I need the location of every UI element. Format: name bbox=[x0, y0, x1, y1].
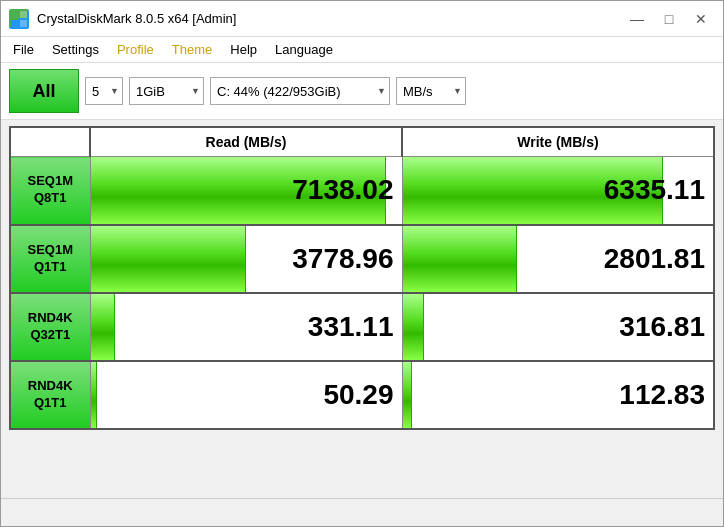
benchmark-table: Read (MB/s) Write (MB/s) SEQ1M Q8T1 7138… bbox=[9, 126, 715, 430]
write-header: Write (MB/s) bbox=[402, 127, 714, 157]
title-bar: CrystalDiskMark 8.0.5 x64 [Admin] — □ ✕ bbox=[1, 1, 723, 37]
all-button[interactable]: All bbox=[9, 69, 79, 113]
svg-rect-3 bbox=[20, 20, 27, 27]
menu-file[interactable]: File bbox=[5, 39, 42, 60]
table-row: RND4K Q1T1 50.29 112.83 bbox=[10, 361, 714, 429]
table-header-row: Read (MB/s) Write (MB/s) bbox=[10, 127, 714, 157]
read-cell-0: 7138.02 bbox=[90, 157, 402, 225]
read-cell-2: 331.11 bbox=[90, 293, 402, 361]
read-header: Read (MB/s) bbox=[90, 127, 402, 157]
menu-settings[interactable]: Settings bbox=[44, 39, 107, 60]
read-cell-3: 50.29 bbox=[90, 361, 402, 429]
row-label-3: RND4K Q1T1 bbox=[10, 361, 90, 429]
minimize-button[interactable]: — bbox=[623, 8, 651, 30]
unit-select[interactable]: MB/s GB/s IOPS μs bbox=[396, 77, 466, 105]
row-label-line2: Q1T1 bbox=[34, 395, 67, 410]
app-icon bbox=[9, 9, 29, 29]
write-value-3: 112.83 bbox=[619, 379, 705, 411]
write-cell-2: 316.81 bbox=[402, 293, 714, 361]
write-value-2: 316.81 bbox=[619, 311, 705, 343]
table-row: RND4K Q32T1 331.11 316.81 bbox=[10, 293, 714, 361]
unit-select-wrapper: MB/s GB/s IOPS μs bbox=[396, 77, 466, 105]
svg-rect-2 bbox=[11, 20, 18, 27]
size-select-wrapper: 512MiB 1GiB 2GiB 4GiB 8GiB 16GiB 32GiB 6… bbox=[129, 77, 204, 105]
row-label-1: SEQ1M Q1T1 bbox=[10, 225, 90, 293]
drive-select-wrapper: C: 44% (422/953GiB) bbox=[210, 77, 390, 105]
row-label-line2: Q1T1 bbox=[34, 259, 67, 274]
drive-select[interactable]: C: 44% (422/953GiB) bbox=[210, 77, 390, 105]
close-button[interactable]: ✕ bbox=[687, 8, 715, 30]
maximize-button[interactable]: □ bbox=[655, 8, 683, 30]
table-row: SEQ1M Q8T1 7138.02 6335.11 bbox=[10, 157, 714, 225]
count-select[interactable]: 1 2 3 5 9 bbox=[85, 77, 123, 105]
read-bar-3 bbox=[91, 362, 97, 428]
main-window: CrystalDiskMark 8.0.5 x64 [Admin] — □ ✕ … bbox=[0, 0, 724, 527]
row-label-line2: Q8T1 bbox=[34, 190, 67, 205]
menu-help[interactable]: Help bbox=[222, 39, 265, 60]
menu-theme[interactable]: Theme bbox=[164, 39, 220, 60]
read-value-3: 50.29 bbox=[323, 379, 393, 411]
size-select[interactable]: 512MiB 1GiB 2GiB 4GiB 8GiB 16GiB 32GiB 6… bbox=[129, 77, 204, 105]
write-value-1: 2801.81 bbox=[604, 243, 705, 275]
row-label-0: SEQ1M Q8T1 bbox=[10, 157, 90, 225]
row-label-2: RND4K Q32T1 bbox=[10, 293, 90, 361]
menu-language[interactable]: Language bbox=[267, 39, 341, 60]
read-value-1: 3778.96 bbox=[292, 243, 393, 275]
read-bar-1 bbox=[91, 226, 247, 292]
empty-header bbox=[10, 127, 90, 157]
main-content: Read (MB/s) Write (MB/s) SEQ1M Q8T1 7138… bbox=[1, 120, 723, 498]
row-label-line1: SEQ1M bbox=[27, 242, 73, 257]
write-bar-1 bbox=[403, 226, 518, 292]
write-value-0: 6335.11 bbox=[604, 174, 705, 206]
svg-rect-1 bbox=[20, 11, 27, 18]
count-select-wrapper: 1 2 3 5 9 bbox=[85, 77, 123, 105]
row-label-line1: RND4K bbox=[28, 378, 73, 393]
write-cell-0: 6335.11 bbox=[402, 157, 714, 225]
row-label-line1: RND4K bbox=[28, 310, 73, 325]
title-bar-controls: — □ ✕ bbox=[623, 8, 715, 30]
read-value-0: 7138.02 bbox=[292, 174, 393, 206]
status-bar bbox=[1, 498, 723, 526]
write-cell-3: 112.83 bbox=[402, 361, 714, 429]
write-cell-1: 2801.81 bbox=[402, 225, 714, 293]
svg-rect-0 bbox=[11, 11, 18, 18]
menu-profile[interactable]: Profile bbox=[109, 39, 162, 60]
read-value-2: 331.11 bbox=[308, 311, 394, 343]
write-bar-2 bbox=[403, 294, 425, 360]
toolbar: All 1 2 3 5 9 512MiB 1GiB 2GiB 4GiB 8GiB… bbox=[1, 63, 723, 120]
title-bar-left: CrystalDiskMark 8.0.5 x64 [Admin] bbox=[9, 9, 236, 29]
read-bar-2 bbox=[91, 294, 116, 360]
window-title: CrystalDiskMark 8.0.5 x64 [Admin] bbox=[37, 11, 236, 26]
row-label-line2: Q32T1 bbox=[30, 327, 70, 342]
write-bar-3 bbox=[403, 362, 412, 428]
table-row: SEQ1M Q1T1 3778.96 2801.81 bbox=[10, 225, 714, 293]
row-label-line1: SEQ1M bbox=[27, 173, 73, 188]
menu-bar: File Settings Profile Theme Help Languag… bbox=[1, 37, 723, 63]
read-cell-1: 3778.96 bbox=[90, 225, 402, 293]
